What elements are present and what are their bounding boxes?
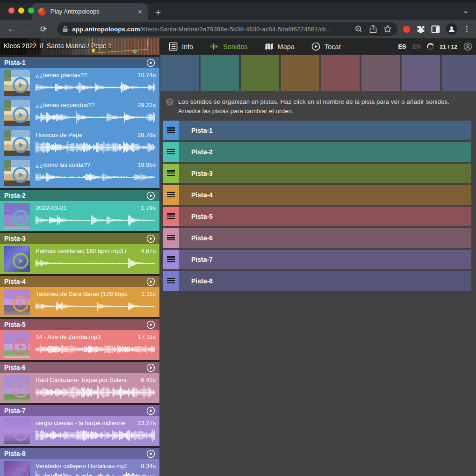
audio-clip[interactable]: Raul Cantizano- Toque por Solenoide.mp36…	[0, 373, 159, 403]
audio-clip[interactable]: 14 - Aire de Zamba.mp317.11s	[0, 330, 159, 360]
extensions-puzzle-icon[interactable]	[416, 25, 425, 34]
clip-play-button[interactable]	[13, 210, 29, 226]
clip-play-button[interactable]	[13, 425, 29, 441]
track-row-body[interactable]: Pista-7	[179, 250, 471, 269]
clip-play-button[interactable]	[13, 468, 29, 476]
reload-button[interactable]: ⟳	[37, 24, 50, 34]
app-nav-sonidos[interactable]: Sonidos	[210, 42, 247, 51]
track-row-body[interactable]: Pista-1	[179, 121, 471, 140]
track-row-body[interactable]: Pista-6	[179, 228, 471, 248]
track-drag-handle[interactable]	[163, 164, 179, 183]
track-drag-handle[interactable]	[163, 142, 179, 162]
track-name[interactable]: Pista-7	[4, 407, 146, 414]
breadcrumb[interactable]: Kleos 2022//Santa Marina / Pepe 1	[4, 42, 112, 50]
track-drag-handle[interactable]	[163, 271, 179, 291]
clip-play-button[interactable]	[13, 339, 29, 355]
browser-tab[interactable]: Play Antropoloops ×	[32, 3, 148, 20]
side-panel-icon[interactable]	[431, 25, 440, 34]
clip-waveform[interactable]	[35, 428, 155, 443]
track-play-icon[interactable]	[146, 58, 155, 67]
audio-clip[interactable]: sergio cuevas - la harpe indienne - 03 -…	[0, 416, 159, 446]
audio-clip[interactable]: Taconeo de Sara Baras (128 kbps).mp31.11…	[0, 287, 159, 317]
tab-search-chevron-icon[interactable]: ⌄	[463, 7, 469, 14]
clip-play-button[interactable]	[13, 382, 29, 398]
breadcrumb-project[interactable]: Kleos 2022	[4, 42, 36, 50]
track-play-icon[interactable]	[146, 234, 155, 243]
profile-avatar[interactable]	[446, 23, 457, 35]
track-header[interactable]: Pista-1	[0, 57, 159, 68]
track-row-body[interactable]: Pista-8	[179, 271, 471, 291]
tab-close-icon[interactable]: ×	[137, 7, 143, 15]
track-row-body[interactable]: Pista-3	[179, 164, 471, 183]
clip-waveform[interactable]	[35, 80, 155, 95]
track-row-body[interactable]: Pista-5	[179, 207, 471, 226]
track-header[interactable]: Pista-4	[0, 276, 159, 287]
clip-waveform[interactable]	[35, 140, 155, 155]
track-header[interactable]: Pista-6	[0, 362, 159, 373]
recording-extension-icon[interactable]	[403, 26, 410, 33]
clip-waveform[interactable]	[35, 170, 155, 185]
track-row-body[interactable]: Pista-2	[179, 142, 471, 162]
forward-button[interactable]: →	[22, 24, 34, 34]
track-name[interactable]: Pista-3	[4, 235, 146, 242]
minimize-window-button[interactable]	[18, 7, 24, 14]
track-name[interactable]: Pista-1	[4, 59, 146, 66]
clip-waveform[interactable]	[35, 471, 155, 476]
track-play-icon[interactable]	[146, 320, 155, 329]
track-play-icon[interactable]	[146, 449, 155, 458]
track-name[interactable]: Pista-5	[4, 321, 146, 328]
traffic-lights[interactable]	[8, 7, 34, 14]
audio-clip[interactable]: ¿¿tienes recuerdos??29.22s	[0, 98, 159, 128]
language-es-button[interactable]: ES	[398, 43, 406, 50]
clip-play-button[interactable]	[13, 137, 29, 153]
track-play-icon[interactable]	[146, 277, 155, 286]
track-row[interactable]: Pista-7	[163, 250, 471, 269]
track-drag-handle[interactable]	[163, 185, 179, 205]
clip-waveform[interactable]	[35, 385, 155, 400]
track-drag-handle[interactable]	[163, 250, 179, 269]
track-row-body[interactable]: Pista-4	[179, 185, 471, 205]
clip-play-button[interactable]	[13, 253, 29, 269]
audio-clip[interactable]: Hiviscus de Pepe28.78s	[0, 128, 159, 158]
clip-waveform[interactable]	[35, 342, 155, 357]
audio-clip[interactable]: Palmas sevillanas 160 bpm mp3.mp34.87s	[0, 244, 159, 274]
app-nav-mapa[interactable]: Mapa	[265, 42, 295, 51]
track-header[interactable]: Pista-7	[0, 405, 159, 416]
track-name[interactable]: Pista-2	[4, 192, 146, 199]
track-header[interactable]: Pista-8	[0, 448, 159, 459]
track-header[interactable]: Pista-2	[0, 190, 159, 201]
browser-menu-icon[interactable]: ⋮	[463, 25, 470, 33]
track-name[interactable]: Pista-4	[4, 278, 146, 285]
track-header[interactable]: Pista-5	[0, 319, 159, 330]
audio-clip[interactable]: Vendedor callejero Hortalizas.mp38.34s	[0, 459, 159, 476]
track-play-icon[interactable]	[146, 191, 155, 200]
breadcrumb-piece[interactable]: Santa Marina / Pepe 1	[47, 42, 112, 50]
clip-waveform[interactable]	[35, 110, 155, 125]
track-drag-handle[interactable]	[163, 228, 179, 248]
language-en-button[interactable]: EN	[412, 43, 421, 50]
track-row[interactable]: Pista-4	[163, 185, 471, 205]
app-nav-tocar[interactable]: Tocar	[311, 42, 341, 51]
track-header[interactable]: Pista-3	[0, 233, 159, 244]
clip-play-button[interactable]	[13, 77, 29, 93]
new-tab-button[interactable]: +	[155, 6, 161, 20]
track-row[interactable]: Pista-3	[163, 164, 471, 183]
track-drag-handle[interactable]	[163, 121, 179, 140]
app-nav-info[interactable]: Info	[169, 42, 193, 51]
account-icon[interactable]	[463, 42, 472, 51]
clip-waveform[interactable]	[35, 256, 155, 271]
close-window-button[interactable]	[8, 7, 14, 14]
audio-clip[interactable]: 2022-03-211.79s	[0, 201, 159, 231]
track-name[interactable]: Pista-6	[4, 364, 146, 371]
clip-waveform[interactable]	[35, 213, 155, 228]
track-row[interactable]: Pista-6	[163, 228, 471, 248]
track-play-icon[interactable]	[146, 406, 155, 415]
track-row[interactable]: Pista-5	[163, 207, 471, 226]
clip-waveform[interactable]	[35, 299, 155, 314]
clip-play-button[interactable]	[13, 167, 29, 183]
address-bar[interactable]: app.antropoloops.com/Kleos-Santa-Marina/…	[57, 22, 397, 36]
track-row[interactable]: Pista-8	[163, 271, 471, 291]
track-row[interactable]: Pista-1	[163, 121, 471, 140]
project-map-thumbnail[interactable]: Kleos 2022//Santa Marina / Pepe 1	[0, 38, 159, 55]
track-play-icon[interactable]	[146, 363, 155, 372]
